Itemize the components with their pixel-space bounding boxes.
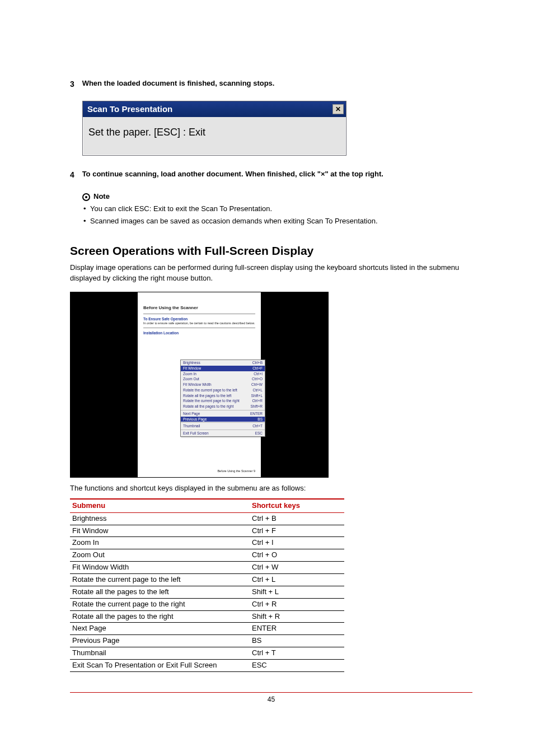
menu-item-rotate-right[interactable]: Rotate the current page to the rightCtrl…	[181, 398, 265, 404]
table-row: Rotate the current page to the rightCtrl…	[70, 598, 344, 610]
section-paragraph: Display image operations can be performe…	[70, 263, 472, 284]
preview-text: In order to ensure safe operation, be ce…	[143, 321, 255, 325]
preview-footer: Before Using the Scanner 9	[217, 469, 255, 474]
menu-item-zoom-in[interactable]: Zoom InCtrl+I	[181, 371, 265, 377]
note-item: Scanned images can be saved as occasion …	[90, 216, 472, 227]
table-row: ThumbnailCtrl + T	[70, 647, 344, 660]
step-text: When the loaded document is finished, sc…	[82, 78, 471, 89]
table-row: Zoom InCtrl + I	[70, 537, 344, 549]
black-bar-right	[261, 292, 328, 477]
table-row: BrightnessCtrl + B	[70, 512, 344, 525]
preview-heading: Before Using the Scanner	[143, 305, 255, 311]
menu-item-exit-fullscreen[interactable]: Exit Full ScreenESC	[181, 431, 265, 436]
menu-item-next-page[interactable]: Next PageENTER	[181, 411, 265, 417]
document-preview: Before Using the Scanner To Ensure Safe …	[138, 292, 261, 477]
table-caption: The functions and shortcut keys displaye…	[70, 483, 472, 494]
table-row: Zoom OutCtrl + O	[70, 549, 344, 562]
step-4: 4 To continue scanning, load another doc…	[70, 169, 472, 180]
close-icon[interactable]: ✕	[332, 104, 344, 114]
table-row: Next PageENTER	[70, 623, 344, 635]
preview-subheading: To Ensure Safe Operation	[143, 316, 255, 321]
menu-item-fit-width[interactable]: Fit Window WidthCtrl+W	[181, 382, 265, 388]
table-row: Exit Scan To Presentation or Exit Full S…	[70, 659, 344, 671]
step-text: To continue scanning, load another docum…	[82, 169, 471, 180]
menu-item-rotate-left[interactable]: Rotate the current page to the leftCtrl+…	[181, 388, 265, 393]
table-row: Rotate the current page to the leftCtrl …	[70, 574, 344, 586]
step-number: 4	[70, 169, 80, 180]
note-icon	[82, 193, 90, 201]
dialog-body-text: Set the paper. [ESC] : Exit	[83, 117, 346, 155]
step-number: 3	[70, 78, 80, 90]
section-heading: Screen Operations with Full-Screen Displ…	[70, 242, 472, 259]
dialog-titlebar: Scan To Presentation ✕	[83, 101, 346, 117]
menu-item-thumbnail[interactable]: ThumbnailCtrl+T	[181, 423, 265, 429]
dialog-title-text: Scan To Presentation	[87, 103, 172, 115]
table-row: Fit Window WidthCtrl + W	[70, 562, 344, 574]
table-row: Fit WindowCtrl + F	[70, 525, 344, 537]
preview-subheading: Installation Location	[143, 330, 255, 335]
fullscreen-screenshot: Before Using the Scanner To Ensure Safe …	[70, 292, 329, 478]
table-header-shortcut: Shortcut keys	[250, 499, 344, 512]
table-row: Rotate all the pages to the leftShift + …	[70, 586, 344, 598]
note-label: Note	[93, 192, 110, 202]
menu-item-previous-page[interactable]: Previous PageBS	[181, 417, 265, 422]
document-page: 3 When the loaded document is finished, …	[0, 0, 534, 727]
page-number: 45	[70, 693, 472, 704]
note-block: Note You can click ESC: Exit to exit the…	[82, 192, 472, 227]
shortcut-table: Submenu Shortcut keys BrightnessCtrl + B…	[70, 498, 344, 672]
note-item: You can click ESC: Exit to exit the Scan…	[90, 204, 472, 214]
table-header-submenu: Submenu	[70, 499, 250, 512]
menu-item-zoom-out[interactable]: Zoom OutCtrl+O	[181, 376, 265, 382]
step-3: 3 When the loaded document is finished, …	[70, 78, 472, 90]
menu-item-rotate-all-right[interactable]: Rotate all the pages to the rightShift+R	[181, 404, 265, 409]
black-bar-left	[71, 292, 138, 477]
menu-item-brightness[interactable]: BrightnessCtrl+B	[181, 360, 265, 366]
context-menu[interactable]: BrightnessCtrl+B Fit WindowCtrl+F Zoom I…	[180, 360, 265, 437]
table-row: Previous PageBS	[70, 635, 344, 647]
note-heading: Note	[82, 192, 472, 202]
table-row: Rotate all the pages to the rightShift +…	[70, 610, 344, 623]
menu-item-fit-window[interactable]: Fit WindowCtrl+F	[181, 366, 265, 371]
note-list: You can click ESC: Exit to exit the Scan…	[82, 204, 472, 227]
menu-item-rotate-all-left[interactable]: Rotate all the pages to the leftShift+L	[181, 393, 265, 399]
scan-to-presentation-dialog: Scan To Presentation ✕ Set the paper. [E…	[82, 101, 346, 156]
